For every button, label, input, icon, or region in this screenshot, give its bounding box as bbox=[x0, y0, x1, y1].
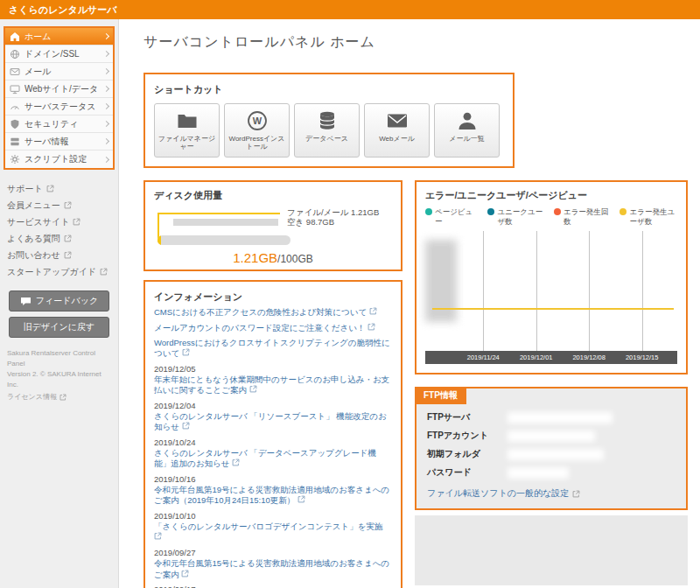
ftp-row: 初期フォルダ bbox=[427, 448, 676, 460]
gridline bbox=[589, 231, 590, 351]
gridline bbox=[483, 231, 484, 351]
notice-link[interactable]: メールアカウントのパスワード設定にご注意ください！ bbox=[154, 323, 375, 332]
sidebar-item-security[interactable]: セキュリティ bbox=[5, 116, 113, 133]
link-label: ライセンス情報 bbox=[7, 392, 57, 402]
legend-error-users: エラー発生ユーザ数 bbox=[620, 207, 677, 226]
link-label: よくある質問 bbox=[7, 233, 60, 245]
server-info-icon bbox=[10, 136, 20, 147]
sidebar-item-mail[interactable]: メール bbox=[5, 63, 113, 80]
menu-label: サーバ情報 bbox=[24, 136, 100, 148]
notice-item: WordPressにおけるクロスサイトスクリプティングの脆弱性について bbox=[154, 338, 392, 360]
folder-icon bbox=[177, 110, 198, 131]
file-manager-button[interactable]: ファイルマネージャー bbox=[154, 103, 220, 158]
news-item: 2019/09/27 令和元年台風第15号による災害救助法適用地域のお客さまへの… bbox=[154, 548, 392, 580]
news-text: 「さくらのレンタルサーバロゴデザインコンテスト」を実施 bbox=[154, 522, 382, 531]
speech-bubble-icon bbox=[20, 297, 32, 306]
control-panel-page: さくらのレンタルサーバ ホーム ドメイン/SSL メール bbox=[0, 0, 700, 588]
news-link[interactable]: さくらのレンタルサーバ 「データベースアップグレード機能」追加のお知らせ bbox=[154, 448, 376, 468]
news-link[interactable]: 「さくらのレンタルサーバロゴデザインコンテスト」を実施 bbox=[154, 522, 382, 542]
menu-label: スクリプト設定 bbox=[24, 153, 100, 165]
news-link[interactable]: 令和元年台風第15号による災害救助法適用地域のお客さまへのご案内 bbox=[154, 558, 389, 578]
external-link-icon bbox=[181, 570, 189, 578]
password-value-blurred bbox=[508, 467, 569, 479]
sidebar-item-website-data[interactable]: Webサイト/データ bbox=[5, 80, 113, 98]
external-link-icon bbox=[73, 218, 80, 226]
legend-unique-users: ユニークユーザ数 bbox=[487, 207, 545, 226]
news-link[interactable]: 年末年始にともなう休業期間中のサービスのお申し込み・お支払いに関することご案内 bbox=[154, 374, 389, 395]
shortcut-label: ファイルマネージャー bbox=[157, 135, 217, 150]
feedback-button[interactable]: フィードバック bbox=[9, 290, 109, 312]
sidebar-item-domain-ssl[interactable]: ドメイン/SSL bbox=[5, 46, 113, 63]
link-label: ファイル転送ソフトの一般的な設定 bbox=[427, 487, 569, 500]
password-label: パスワード bbox=[427, 466, 508, 479]
copyright-line2: Version 2. © SAKURA Internet Inc. bbox=[7, 369, 111, 390]
sidebar: ホーム ドメイン/SSL メール Webサイト/データ bbox=[0, 19, 119, 588]
notice-link[interactable]: WordPressにおけるクロスサイトスクリプティングの脆弱性について bbox=[154, 338, 390, 358]
external-link-icon bbox=[154, 532, 162, 540]
chevron-right-icon bbox=[103, 86, 109, 92]
license-link[interactable]: ライセンス情報 bbox=[7, 392, 111, 402]
app-title: さくらのレンタルサーバ bbox=[9, 4, 117, 15]
used-value: 1.21GB bbox=[233, 250, 277, 265]
sidebar-item-home[interactable]: ホーム bbox=[5, 28, 113, 46]
legend-label: エラー発生回数 bbox=[564, 207, 612, 226]
mail-list-button[interactable]: メール一覧 bbox=[434, 103, 500, 158]
link-label: サービスサイト bbox=[7, 216, 69, 228]
database-button[interactable]: データベース bbox=[294, 103, 360, 158]
chevron-right-icon bbox=[103, 68, 109, 74]
page-title: サーバコントロールパネル ホーム bbox=[144, 33, 690, 52]
shield-icon bbox=[10, 119, 20, 130]
ftp-row: FTPサーバ bbox=[427, 411, 676, 424]
button-label: 旧デザインに戻す bbox=[24, 321, 94, 333]
external-link-icon bbox=[60, 394, 66, 401]
free-space-bar bbox=[173, 219, 278, 226]
disk-usage-section: ディスク使用量 ファイル/メール 1.21GB 空き 98.7GB 1.21GB… bbox=[144, 180, 402, 271]
sidebar-link-faq[interactable]: よくある質問 bbox=[7, 230, 111, 247]
legend-label: ページビュー bbox=[435, 207, 479, 226]
chevron-right-icon bbox=[103, 156, 109, 162]
external-link-icon bbox=[232, 458, 240, 466]
chevron-right-icon bbox=[103, 103, 109, 109]
legend-label: エラー発生ユーザ数 bbox=[629, 207, 677, 226]
sidebar-item-script-settings[interactable]: スクリプト設定 bbox=[5, 150, 113, 168]
copyright-line1: Sakura Rentalserver Control Panel bbox=[7, 348, 111, 369]
legend-pageview: ページビュー bbox=[425, 207, 479, 226]
sidebar-item-server-info[interactable]: サーバ情報 bbox=[5, 133, 113, 150]
ftp-info-section: FTP情報 FTPサーバ FTPアカウント 初期フォルダ bbox=[415, 387, 688, 510]
sidebar-link-startup-guide[interactable]: スタートアップガイド bbox=[7, 263, 111, 280]
news-link[interactable]: 令和元年台風第19号による災害救助法適用地域のお客さまへのご案内（2019年10… bbox=[154, 485, 389, 505]
total-usage-bar bbox=[158, 235, 290, 245]
sidebar-link-contact[interactable]: お問い合わせ bbox=[7, 247, 111, 263]
external-link-icon bbox=[100, 268, 108, 276]
old-design-button[interactable]: 旧デザインに戻す bbox=[9, 317, 109, 338]
news-link[interactable]: さくらのレンタルサーバ 「リソースブースト」 機能改定のお知らせ bbox=[154, 411, 387, 431]
news-date: 2019/12/04 bbox=[154, 401, 392, 411]
x-axis-label: 2019/12/01 bbox=[520, 354, 553, 361]
sidebar-link-support[interactable]: サポート bbox=[7, 180, 111, 197]
ftp-account-label: FTPアカウント bbox=[427, 430, 508, 442]
sidebar-link-member-menu[interactable]: 会員メニュー bbox=[7, 197, 111, 214]
notice-item: メールアカウントのパスワード設定にご注意ください！ bbox=[154, 323, 392, 333]
notice-link[interactable]: CMSにおける不正アクセスの危険性および対策について bbox=[154, 307, 377, 317]
sidebar-link-service-site[interactable]: サービスサイト bbox=[7, 214, 111, 230]
external-link-icon bbox=[369, 307, 377, 315]
external-link-icon bbox=[298, 495, 305, 503]
link-label: スタートアップガイド bbox=[7, 266, 96, 278]
ftp-row: パスワード bbox=[427, 466, 676, 479]
total-value: /100GB bbox=[277, 253, 313, 265]
button-label: フィードバック bbox=[36, 295, 98, 307]
news-date: 2019/12/05 bbox=[154, 364, 392, 374]
sidebar-item-server-status[interactable]: サーバステータス bbox=[5, 98, 113, 116]
domain-ssl-icon bbox=[10, 49, 20, 60]
notice-text: CMSにおける不正アクセスの危険性および対策について bbox=[154, 307, 367, 317]
shortcuts-section: ショートカット ファイルマネージャー W WordPressインストール データ… bbox=[144, 73, 514, 168]
information-title: インフォメーション bbox=[154, 290, 392, 303]
webmail-button[interactable]: Webメール bbox=[364, 103, 430, 158]
wordpress-install-button[interactable]: W WordPressインストール bbox=[224, 103, 290, 158]
ftp-settings-link[interactable]: ファイル転送ソフトの一般的な設定 bbox=[427, 487, 676, 500]
menu-label: Webサイト/データ bbox=[24, 83, 100, 95]
gear-icon bbox=[10, 154, 20, 164]
svg-text:W: W bbox=[252, 116, 262, 126]
sidebar-footer: Sakura Rentalserver Control Panel Versio… bbox=[0, 338, 118, 413]
news-date: 2019/09/17 bbox=[154, 584, 392, 588]
